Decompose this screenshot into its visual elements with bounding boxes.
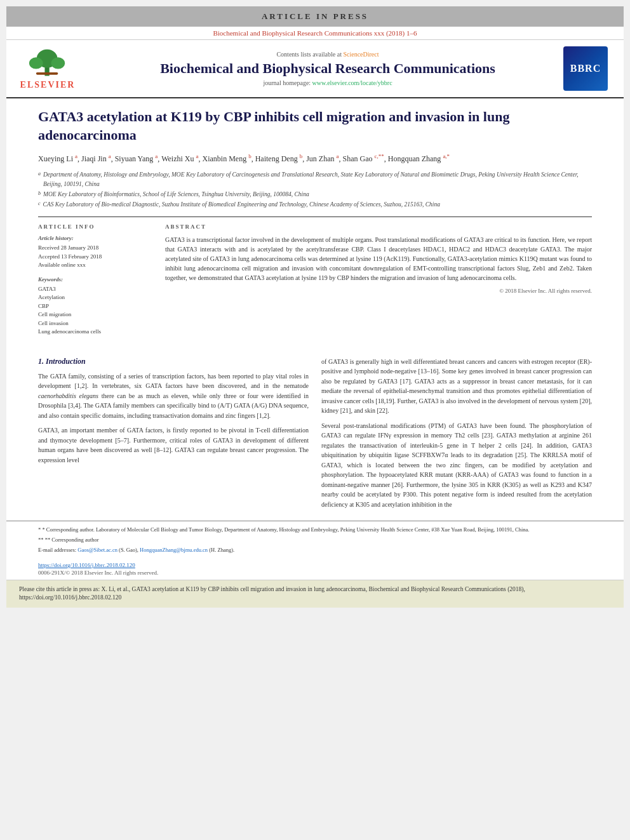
bbrc-logo: BBRC bbox=[563, 46, 608, 91]
elsevier-logo-area: ELSEVIER bbox=[16, 46, 92, 91]
article-info-abstract: ARTICLE INFO Article history: Received 2… bbox=[38, 217, 592, 343]
abstract-copyright: © 2018 Elsevier Inc. All rights reserved… bbox=[165, 288, 592, 294]
footnote-star: * * Corresponding author. Laboratory of … bbox=[38, 526, 592, 534]
intro-paragraph-3: of GATA3 is generally high in well diffe… bbox=[321, 357, 592, 416]
email-footnote: E-mail addresses: Gaos@Sibet.ac.cn (S. G… bbox=[38, 547, 592, 554]
bbrc-logo-area: BBRC bbox=[563, 46, 614, 91]
footnote-doublestar: ** ** Corresponding author bbox=[38, 537, 592, 544]
journal-center-header: Contents lists available at ScienceDirec… bbox=[98, 51, 557, 86]
email-zhang[interactable]: HongquanZhang@bjmu.edu.cn bbox=[140, 547, 208, 553]
journal-homepage-link[interactable]: www.elsevier.com/locate/ybbrc bbox=[312, 79, 392, 86]
intro-paragraph-4: Several post-translational modifications… bbox=[321, 421, 592, 510]
available-online: Available online xxx bbox=[38, 261, 152, 270]
keyword-6: Lung adenocarcinoma cells bbox=[38, 328, 152, 337]
keyword-1: GATA3 bbox=[38, 285, 152, 294]
journal-header: ELSEVIER Contents lists available at Sci… bbox=[6, 40, 624, 98]
article-info-label: ARTICLE INFO bbox=[38, 223, 152, 230]
sciencedirect-link[interactable]: ScienceDirect bbox=[343, 51, 379, 58]
history-label: Article history: bbox=[38, 235, 152, 241]
article-in-press-banner: ARTICLE IN PRESS bbox=[6, 6, 624, 27]
journal-name: Biochemical and Biophysical Research Com… bbox=[98, 60, 557, 77]
authors-line: Xueying Li a, Jiaqi Jin a, Siyuan Yang a… bbox=[38, 152, 592, 165]
article-info-column: ARTICLE INFO Article history: Received 2… bbox=[38, 223, 152, 343]
accepted-date: Accepted 13 February 2018 bbox=[38, 253, 152, 262]
doi-link[interactable]: https://doi.org/10.1016/j.bbrc.2018.02.1… bbox=[38, 562, 592, 568]
intro-paragraph-2: GATA3, an important member of GATA facto… bbox=[38, 425, 309, 465]
article-history: Article history: Received 28 January 201… bbox=[38, 235, 152, 270]
elsevier-tree-icon bbox=[22, 47, 73, 79]
citation-bar: Please cite this article in press as: X.… bbox=[6, 580, 624, 608]
svg-rect-4 bbox=[36, 72, 58, 75]
body-right-column: of GATA3 is generally high in well diffe… bbox=[321, 357, 592, 515]
svg-point-2 bbox=[29, 57, 43, 69]
received-date: Received 28 January 2018 bbox=[38, 244, 152, 253]
svg-point-3 bbox=[51, 57, 65, 69]
article-content: GATA3 acetylation at K119 by CBP inhibit… bbox=[6, 98, 624, 357]
abstract-text: GATA3 is a transcriptional factor involv… bbox=[165, 235, 592, 283]
corresponding-author-label: ** Corresponding author bbox=[45, 537, 99, 543]
intro-paragraph-1: The GATA family, consisting of a series … bbox=[38, 371, 309, 421]
email-gao[interactable]: Gaos@Sibet.ac.cn bbox=[77, 547, 117, 553]
abstract-column: ABSTRACT GATA3 is a transcriptional fact… bbox=[165, 223, 592, 343]
keyword-2: Acetylation bbox=[38, 293, 152, 302]
journal-title-bar: Biochemical and Biophysical Research Com… bbox=[6, 27, 624, 40]
intro-section-title: 1. Introduction bbox=[38, 357, 309, 366]
keyword-4: Cell migration bbox=[38, 310, 152, 319]
elsevier-wordmark: ELSEVIER bbox=[20, 80, 76, 90]
body-left-column: 1. Introduction The GATA family, consist… bbox=[38, 357, 309, 515]
abstract-label: ABSTRACT bbox=[165, 223, 592, 230]
journal-homepage: journal homepage: www.elsevier.com/locat… bbox=[98, 79, 557, 86]
article-title: GATA3 acetylation at K119 by CBP inhibit… bbox=[38, 108, 592, 144]
keyword-3: CBP bbox=[38, 302, 152, 311]
affiliations: a Department of Anatomy, Histology and E… bbox=[38, 170, 592, 209]
footnotes-section: * * Corresponding author. Laboratory of … bbox=[6, 521, 624, 554]
keywords-group: Keywords: GATA3 Acetylation CBP Cell mig… bbox=[38, 276, 152, 337]
issn-text: 0006-291X/© 2018 Elsevier Inc. All right… bbox=[38, 570, 592, 576]
body-columns: 1. Introduction The GATA family, consist… bbox=[6, 357, 624, 515]
keyword-5: Cell invasion bbox=[38, 319, 152, 328]
doi-section: https://doi.org/10.1016/j.bbrc.2018.02.1… bbox=[6, 559, 624, 580]
sciencedirect-notice: Contents lists available at ScienceDirec… bbox=[98, 51, 557, 58]
keywords-label: Keywords: bbox=[38, 276, 152, 283]
